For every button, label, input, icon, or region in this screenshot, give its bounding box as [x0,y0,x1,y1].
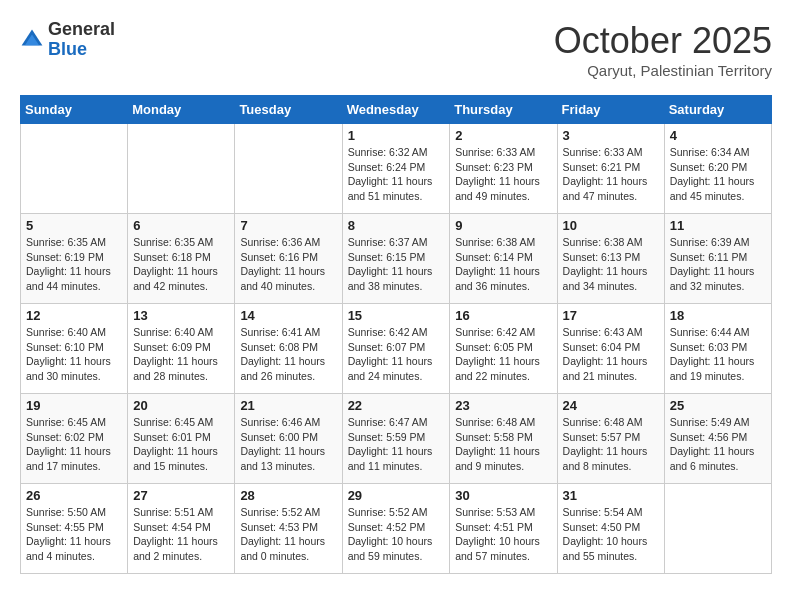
calendar-cell: 28Sunrise: 5:52 AM Sunset: 4:53 PM Dayli… [235,484,342,574]
day-number: 6 [133,218,229,233]
day-info: Sunrise: 6:33 AM Sunset: 6:23 PM Dayligh… [455,145,551,204]
weekday-header-saturday: Saturday [664,96,771,124]
logo-icon [20,28,44,52]
day-info: Sunrise: 6:40 AM Sunset: 6:09 PM Dayligh… [133,325,229,384]
logo-text: General Blue [48,20,115,60]
day-info: Sunrise: 5:54 AM Sunset: 4:50 PM Dayligh… [563,505,659,564]
day-number: 30 [455,488,551,503]
calendar-cell: 23Sunrise: 6:48 AM Sunset: 5:58 PM Dayli… [450,394,557,484]
day-info: Sunrise: 6:46 AM Sunset: 6:00 PM Dayligh… [240,415,336,474]
calendar-cell [21,124,128,214]
weekday-header-sunday: Sunday [21,96,128,124]
calendar-cell: 20Sunrise: 6:45 AM Sunset: 6:01 PM Dayli… [128,394,235,484]
day-number: 8 [348,218,445,233]
day-number: 23 [455,398,551,413]
day-info: Sunrise: 5:52 AM Sunset: 4:52 PM Dayligh… [348,505,445,564]
calendar-cell: 3Sunrise: 6:33 AM Sunset: 6:21 PM Daylig… [557,124,664,214]
calendar-week-5: 26Sunrise: 5:50 AM Sunset: 4:55 PM Dayli… [21,484,772,574]
calendar-header: SundayMondayTuesdayWednesdayThursdayFrid… [21,96,772,124]
day-number: 12 [26,308,122,323]
calendar-cell: 10Sunrise: 6:38 AM Sunset: 6:13 PM Dayli… [557,214,664,304]
day-number: 26 [26,488,122,503]
day-info: Sunrise: 6:37 AM Sunset: 6:15 PM Dayligh… [348,235,445,294]
day-number: 28 [240,488,336,503]
title-block: October 2025 Qaryut, Palestinian Territo… [554,20,772,79]
day-number: 20 [133,398,229,413]
calendar-cell: 22Sunrise: 6:47 AM Sunset: 5:59 PM Dayli… [342,394,450,484]
weekday-header-monday: Monday [128,96,235,124]
calendar-cell: 17Sunrise: 6:43 AM Sunset: 6:04 PM Dayli… [557,304,664,394]
day-number: 7 [240,218,336,233]
calendar-cell: 26Sunrise: 5:50 AM Sunset: 4:55 PM Dayli… [21,484,128,574]
day-number: 11 [670,218,766,233]
day-info: Sunrise: 6:48 AM Sunset: 5:57 PM Dayligh… [563,415,659,474]
calendar-cell: 8Sunrise: 6:37 AM Sunset: 6:15 PM Daylig… [342,214,450,304]
day-number: 15 [348,308,445,323]
calendar-cell: 21Sunrise: 6:46 AM Sunset: 6:00 PM Dayli… [235,394,342,484]
day-number: 31 [563,488,659,503]
day-number: 3 [563,128,659,143]
day-info: Sunrise: 5:53 AM Sunset: 4:51 PM Dayligh… [455,505,551,564]
location-title: Qaryut, Palestinian Territory [554,62,772,79]
day-number: 16 [455,308,551,323]
day-number: 21 [240,398,336,413]
calendar-cell: 15Sunrise: 6:42 AM Sunset: 6:07 PM Dayli… [342,304,450,394]
day-info: Sunrise: 6:33 AM Sunset: 6:21 PM Dayligh… [563,145,659,204]
weekday-header-thursday: Thursday [450,96,557,124]
day-number: 27 [133,488,229,503]
calendar-cell: 9Sunrise: 6:38 AM Sunset: 6:14 PM Daylig… [450,214,557,304]
day-info: Sunrise: 6:42 AM Sunset: 6:07 PM Dayligh… [348,325,445,384]
calendar-cell: 4Sunrise: 6:34 AM Sunset: 6:20 PM Daylig… [664,124,771,214]
calendar-cell: 7Sunrise: 6:36 AM Sunset: 6:16 PM Daylig… [235,214,342,304]
calendar-cell: 11Sunrise: 6:39 AM Sunset: 6:11 PM Dayli… [664,214,771,304]
day-number: 9 [455,218,551,233]
calendar-cell: 27Sunrise: 5:51 AM Sunset: 4:54 PM Dayli… [128,484,235,574]
day-number: 1 [348,128,445,143]
day-info: Sunrise: 6:35 AM Sunset: 6:19 PM Dayligh… [26,235,122,294]
day-info: Sunrise: 6:41 AM Sunset: 6:08 PM Dayligh… [240,325,336,384]
day-number: 18 [670,308,766,323]
day-info: Sunrise: 6:32 AM Sunset: 6:24 PM Dayligh… [348,145,445,204]
calendar-cell: 16Sunrise: 6:42 AM Sunset: 6:05 PM Dayli… [450,304,557,394]
day-info: Sunrise: 6:34 AM Sunset: 6:20 PM Dayligh… [670,145,766,204]
day-info: Sunrise: 6:44 AM Sunset: 6:03 PM Dayligh… [670,325,766,384]
day-info: Sunrise: 6:45 AM Sunset: 6:01 PM Dayligh… [133,415,229,474]
day-info: Sunrise: 6:48 AM Sunset: 5:58 PM Dayligh… [455,415,551,474]
month-title: October 2025 [554,20,772,62]
day-info: Sunrise: 6:42 AM Sunset: 6:05 PM Dayligh… [455,325,551,384]
calendar-cell: 19Sunrise: 6:45 AM Sunset: 6:02 PM Dayli… [21,394,128,484]
calendar-cell: 30Sunrise: 5:53 AM Sunset: 4:51 PM Dayli… [450,484,557,574]
day-number: 24 [563,398,659,413]
calendar-week-3: 12Sunrise: 6:40 AM Sunset: 6:10 PM Dayli… [21,304,772,394]
day-number: 19 [26,398,122,413]
day-number: 17 [563,308,659,323]
day-info: Sunrise: 6:47 AM Sunset: 5:59 PM Dayligh… [348,415,445,474]
logo: General Blue [20,20,115,60]
calendar-cell: 29Sunrise: 5:52 AM Sunset: 4:52 PM Dayli… [342,484,450,574]
day-number: 10 [563,218,659,233]
calendar-cell: 13Sunrise: 6:40 AM Sunset: 6:09 PM Dayli… [128,304,235,394]
weekday-header-friday: Friday [557,96,664,124]
weekday-header-tuesday: Tuesday [235,96,342,124]
day-info: Sunrise: 6:39 AM Sunset: 6:11 PM Dayligh… [670,235,766,294]
calendar-week-4: 19Sunrise: 6:45 AM Sunset: 6:02 PM Dayli… [21,394,772,484]
day-info: Sunrise: 6:35 AM Sunset: 6:18 PM Dayligh… [133,235,229,294]
calendar-cell: 31Sunrise: 5:54 AM Sunset: 4:50 PM Dayli… [557,484,664,574]
day-info: Sunrise: 5:51 AM Sunset: 4:54 PM Dayligh… [133,505,229,564]
weekday-row: SundayMondayTuesdayWednesdayThursdayFrid… [21,96,772,124]
day-info: Sunrise: 6:43 AM Sunset: 6:04 PM Dayligh… [563,325,659,384]
day-number: 5 [26,218,122,233]
calendar-week-2: 5Sunrise: 6:35 AM Sunset: 6:19 PM Daylig… [21,214,772,304]
calendar-cell: 1Sunrise: 6:32 AM Sunset: 6:24 PM Daylig… [342,124,450,214]
day-info: Sunrise: 6:38 AM Sunset: 6:14 PM Dayligh… [455,235,551,294]
day-info: Sunrise: 5:50 AM Sunset: 4:55 PM Dayligh… [26,505,122,564]
day-info: Sunrise: 6:36 AM Sunset: 6:16 PM Dayligh… [240,235,336,294]
calendar-cell: 2Sunrise: 6:33 AM Sunset: 6:23 PM Daylig… [450,124,557,214]
weekday-header-wednesday: Wednesday [342,96,450,124]
calendar-cell [235,124,342,214]
day-number: 25 [670,398,766,413]
day-number: 13 [133,308,229,323]
day-number: 2 [455,128,551,143]
calendar-cell: 18Sunrise: 6:44 AM Sunset: 6:03 PM Dayli… [664,304,771,394]
calendar-body: 1Sunrise: 6:32 AM Sunset: 6:24 PM Daylig… [21,124,772,574]
